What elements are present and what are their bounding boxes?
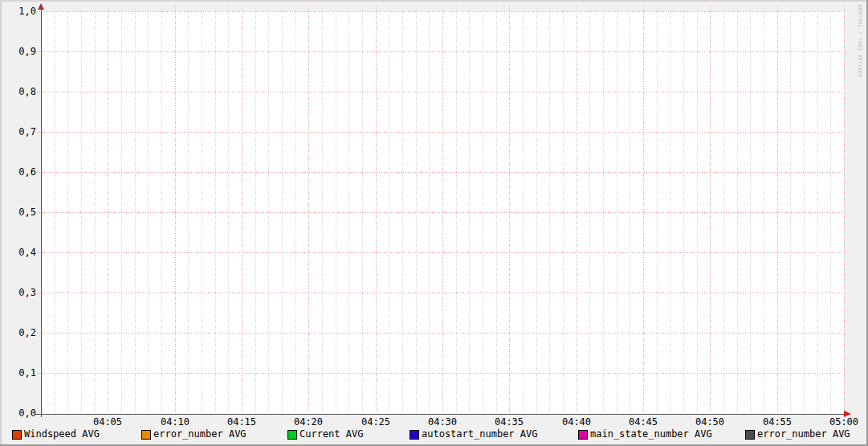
y-axis-tick-label: 0,5 bbox=[9, 207, 36, 217]
gridline-vertical-minor bbox=[817, 6, 818, 416]
x-axis-tick-label: 04:50 bbox=[692, 417, 727, 427]
y-axis-tick-label: 0,8 bbox=[9, 87, 36, 96]
gridline-vertical-major bbox=[242, 6, 242, 416]
y-axis-tick-label: 0,1 bbox=[9, 368, 36, 378]
gridline-vertical-major bbox=[376, 6, 377, 416]
x-axis-tick-label: 04:30 bbox=[425, 417, 460, 427]
gridline-vertical-minor bbox=[362, 6, 363, 416]
gridline-horizontal-major bbox=[37, 333, 844, 333]
x-axis-tick-label: 04:45 bbox=[626, 417, 661, 427]
gridline-vertical-minor bbox=[790, 6, 791, 416]
legend-label: main_state_number AVG bbox=[590, 428, 712, 440]
x-axis-tick-label: 04:55 bbox=[760, 417, 795, 427]
gridline-vertical-minor bbox=[295, 6, 296, 416]
gridline-vertical-minor bbox=[255, 6, 256, 416]
legend-label: autostart_number AVG bbox=[422, 428, 538, 440]
gridline-vertical-major bbox=[844, 6, 845, 416]
gridline-vertical-minor bbox=[764, 6, 764, 416]
legend-color-swatch bbox=[141, 430, 151, 440]
gridline-vertical-minor bbox=[81, 6, 82, 416]
legend-color-swatch bbox=[745, 430, 755, 440]
gridline-vertical-minor bbox=[723, 6, 724, 416]
x-axis-tick-label: 05:00 bbox=[826, 417, 862, 427]
gridline-horizontal-major bbox=[37, 212, 844, 213]
gridline-vertical-minor bbox=[336, 6, 336, 416]
gridline-vertical-major bbox=[442, 6, 443, 416]
canvas-border-left bbox=[0, 0, 2, 446]
gridline-vertical-major bbox=[777, 6, 778, 416]
y-axis-tick-label: 1,0 bbox=[9, 6, 36, 16]
y-axis-line bbox=[41, 6, 42, 417]
gridline-vertical-minor bbox=[161, 6, 162, 416]
rrdtool-graph-canvas: 1,00,90,80,70,60,50,40,30,20,10,004:0504… bbox=[0, 0, 868, 446]
gridline-vertical-minor bbox=[483, 6, 483, 416]
gridline-vertical-minor bbox=[416, 6, 417, 416]
gridline-vertical-minor bbox=[228, 6, 229, 416]
gridline-vertical-minor bbox=[429, 6, 430, 416]
legend-color-swatch bbox=[578, 430, 588, 440]
gridline-vertical-minor bbox=[67, 6, 68, 416]
gridline-vertical-minor bbox=[469, 6, 470, 416]
gridline-vertical-major bbox=[710, 6, 711, 416]
gridline-vertical-minor bbox=[282, 6, 283, 416]
gridline-vertical-minor bbox=[523, 6, 524, 416]
gridline-vertical-minor bbox=[830, 6, 831, 416]
gridline-vertical-minor bbox=[657, 6, 658, 416]
y-axis-tick-label: 0,0 bbox=[9, 408, 36, 418]
x-axis-tick-label: 04:20 bbox=[291, 417, 326, 427]
y-axis-tick-label: 0,6 bbox=[9, 167, 36, 177]
gridline-vertical-minor bbox=[95, 6, 96, 416]
gridline-vertical-minor bbox=[697, 6, 698, 416]
legend-color-swatch bbox=[12, 430, 22, 440]
gridline-vertical-minor bbox=[188, 6, 189, 416]
gridline-vertical-minor bbox=[617, 6, 617, 416]
x-axis-tick-label: 04:40 bbox=[559, 417, 594, 427]
gridline-vertical-minor bbox=[348, 6, 349, 416]
legend-label: error_number AVG bbox=[757, 428, 850, 440]
gridline-vertical-major bbox=[577, 6, 577, 416]
gridline-horizontal-major bbox=[37, 172, 844, 173]
gridline-vertical-minor bbox=[563, 6, 564, 416]
y-axis-tick-label: 0,4 bbox=[9, 248, 36, 257]
x-axis-line bbox=[35, 414, 849, 415]
gridline-vertical-major bbox=[108, 6, 108, 416]
legend-color-swatch bbox=[410, 430, 419, 440]
canvas-border-top bbox=[0, 0, 868, 2]
gridline-vertical-minor bbox=[268, 6, 269, 416]
y-axis-arrow-icon bbox=[38, 3, 44, 10]
gridline-horizontal-major bbox=[37, 252, 844, 253]
legend-label: Current AVG bbox=[300, 428, 363, 440]
gridline-vertical-minor bbox=[322, 6, 323, 416]
gridline-vertical-minor bbox=[630, 6, 630, 416]
x-axis-tick-label: 04:25 bbox=[358, 417, 393, 427]
y-axis-tick-label: 0,9 bbox=[9, 47, 36, 56]
gridline-vertical-minor bbox=[670, 6, 670, 416]
gridline-vertical-minor bbox=[536, 6, 537, 416]
gridline-vertical-minor bbox=[737, 6, 738, 416]
gridline-horizontal-major bbox=[37, 11, 844, 12]
gridline-horizontal-major bbox=[37, 373, 844, 374]
gridline-vertical-major bbox=[509, 6, 510, 416]
x-axis-tick-label: 04:05 bbox=[90, 417, 125, 427]
gridline-horizontal-major bbox=[37, 51, 844, 52]
gridline-vertical-minor bbox=[148, 6, 149, 416]
gridline-vertical-minor bbox=[750, 6, 751, 416]
gridline-vertical-minor bbox=[683, 6, 684, 416]
x-axis-tick-label: 04:10 bbox=[157, 417, 193, 427]
gridline-vertical-minor bbox=[202, 6, 202, 416]
gridline-vertical-major bbox=[308, 6, 309, 416]
gridline-vertical-minor bbox=[603, 6, 604, 416]
gridline-vertical-minor bbox=[135, 6, 136, 416]
x-axis-arrow-icon bbox=[844, 411, 851, 417]
gridline-vertical-minor bbox=[496, 6, 497, 416]
gridline-vertical-minor bbox=[402, 6, 403, 416]
gridline-vertical-minor bbox=[121, 6, 122, 416]
gridline-vertical-minor bbox=[389, 6, 389, 416]
legend-label: Windspeed AVG bbox=[24, 428, 100, 440]
x-axis-tick-label: 04:15 bbox=[224, 417, 259, 427]
y-axis-tick-label: 0,2 bbox=[9, 328, 36, 338]
y-axis-tick-label: 0,3 bbox=[9, 288, 36, 297]
gridline-vertical-major bbox=[643, 6, 644, 416]
gridline-horizontal-major bbox=[37, 293, 844, 293]
gridline-horizontal-major bbox=[37, 132, 844, 133]
